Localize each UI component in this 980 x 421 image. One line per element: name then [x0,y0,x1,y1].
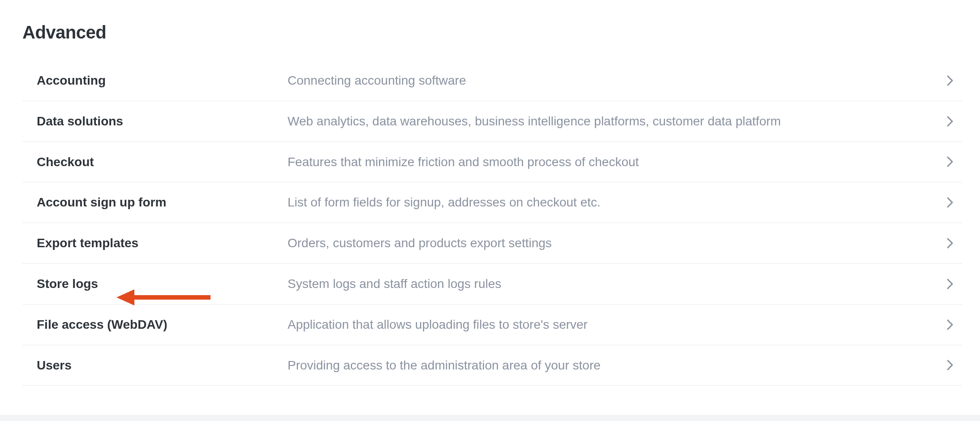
row-data-solutions[interactable]: Data solutions Web analytics, data wareh… [22,101,962,142]
chevron-right-icon [947,75,962,86]
page-title: Advanced [22,22,962,43]
row-desc: Web analytics, data warehouses, business… [288,113,947,130]
row-desc: Features that minimize friction and smoo… [288,154,947,171]
row-file-access-webdav[interactable]: File access (WebDAV) Application that al… [22,305,962,345]
row-label: File access (WebDAV) [37,316,288,333]
settings-list: Accounting Connecting accounting softwar… [22,60,962,386]
chevron-right-icon [947,319,962,330]
row-account-signup-form[interactable]: Account sign up form List of form fields… [22,182,962,223]
chevron-right-icon [947,156,962,167]
chevron-right-icon [947,360,962,370]
row-accounting[interactable]: Accounting Connecting accounting softwar… [22,60,962,101]
row-label: Account sign up form [37,194,288,211]
row-label: Data solutions [37,113,288,130]
row-checkout[interactable]: Checkout Features that minimize friction… [22,142,962,183]
footer-bar [0,415,980,421]
row-desc: Providing access to the administration a… [288,357,947,374]
row-label: Checkout [37,154,288,171]
row-desc: Application that allows uploading files … [288,316,947,333]
row-users[interactable]: Users Providing access to the administra… [22,345,962,386]
chevron-right-icon [947,238,962,249]
row-store-logs[interactable]: Store logs System logs and staff action … [22,264,962,305]
row-desc: System logs and staff action logs rules [288,275,947,292]
row-label: Store logs [37,275,288,292]
chevron-right-icon [947,279,962,289]
row-label: Accounting [37,72,288,89]
chevron-right-icon [947,116,962,127]
row-label: Users [37,357,288,374]
row-label: Export templates [37,235,288,252]
row-desc: List of form fields for signup, addresse… [288,194,947,211]
chevron-right-icon [947,197,962,208]
row-desc: Orders, customers and products export se… [288,235,947,252]
row-export-templates[interactable]: Export templates Orders, customers and p… [22,223,962,264]
row-desc: Connecting accounting software [288,72,947,89]
